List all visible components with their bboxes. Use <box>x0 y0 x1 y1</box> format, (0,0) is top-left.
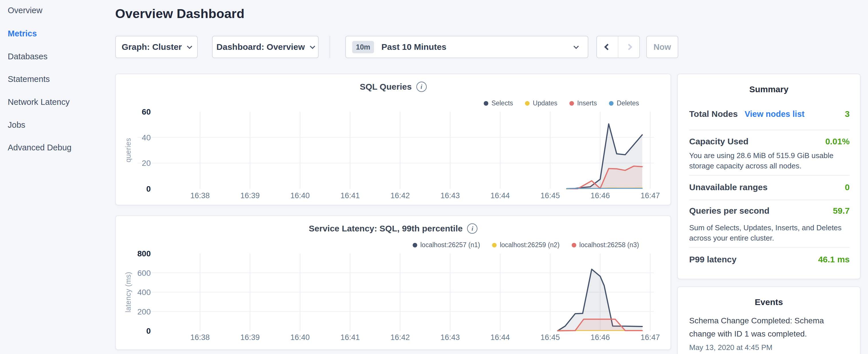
sidebar-item-overview[interactable]: Overview <box>8 5 42 16</box>
next-time-button[interactable] <box>618 36 639 58</box>
chevron-down-icon <box>187 43 192 49</box>
dashboard-dropdown[interactable]: Dashboard: Overview <box>212 36 319 58</box>
capacity-used-label: Capacity Used <box>689 137 748 147</box>
capacity-used-row: Capacity Used 0.01% <box>689 137 850 147</box>
divider <box>689 247 850 248</box>
x-tick-label: 16:40 <box>290 191 310 200</box>
x-tick-label: 16:39 <box>241 333 260 342</box>
queries-per-second-label: Queries per second <box>689 206 769 216</box>
sidebar-item-advanced-debug[interactable]: Advanced Debug <box>8 142 72 153</box>
view-nodes-list-link[interactable]: View nodes list <box>744 109 804 119</box>
p99-latency-value: 46.1 ms <box>818 255 850 264</box>
event-item[interactable]: Schema Change Completed: Schema change w… <box>689 314 851 341</box>
x-tick-label: 16:40 <box>290 333 310 342</box>
controls-divider <box>330 36 330 58</box>
x-tick-label: 16:43 <box>440 333 460 342</box>
capacity-used-value: 0.01% <box>825 137 850 147</box>
x-tick-label: 16:46 <box>591 191 610 200</box>
y-tick-label: 0 <box>146 326 151 335</box>
sql-queries-chart[interactable]: 16:3816:3916:4016:4116:4216:4316:4416:45… <box>116 74 672 206</box>
total-nodes-label: Total Nodes <box>689 109 738 119</box>
sidebar-item-databases[interactable]: Databases <box>8 51 48 62</box>
x-tick-label: 16:47 <box>641 333 660 342</box>
y-tick-label: 40 <box>142 133 151 142</box>
y-tick-label: 0 <box>146 185 151 193</box>
x-tick-label: 16:41 <box>340 191 360 200</box>
y-tick-label: 400 <box>137 288 151 297</box>
chevron-down-icon <box>310 43 315 49</box>
x-tick-label: 16:42 <box>390 333 410 342</box>
chevron-right-icon <box>626 44 632 51</box>
now-button[interactable]: Now <box>646 36 678 58</box>
sidebar-item-metrics[interactable]: Metrics <box>8 28 37 39</box>
chevron-left-icon <box>604 44 611 51</box>
divider <box>689 130 850 130</box>
total-nodes-row: Total Nodes View nodes list 3 <box>689 109 850 119</box>
prev-time-button[interactable] <box>597 36 618 58</box>
dashboard-dropdown-label: Dashboard: Overview <box>216 42 305 52</box>
page-title: Overview Dashboard <box>115 6 244 21</box>
time-range-badge: 10m <box>352 41 374 53</box>
summary-panel: Summary Total Nodes View nodes list 3 Ca… <box>677 74 861 279</box>
y-tick-label: 20 <box>142 159 151 167</box>
graph-dropdown[interactable]: Graph: Cluster <box>115 36 198 58</box>
event-timestamp: May 13, 2020 at 4:45 PM <box>689 343 850 352</box>
total-nodes-value: 3 <box>845 109 850 119</box>
divider <box>689 200 850 200</box>
y-tick-label: 800 <box>137 249 151 258</box>
unavailable-ranges-value: 0 <box>845 183 850 192</box>
x-tick-label: 16:45 <box>540 333 560 342</box>
x-tick-label: 16:47 <box>641 191 660 200</box>
divider <box>689 175 850 175</box>
sidebar-item-statements[interactable]: Statements <box>8 73 50 85</box>
unavailable-ranges-label: Unavailable ranges <box>689 183 767 192</box>
time-range-picker[interactable]: 10m Past 10 Minutes <box>345 36 588 58</box>
service-latency-chart[interactable]: 16:3816:3916:4016:4116:4216:4316:4416:45… <box>116 216 672 351</box>
graph-dropdown-label: Graph: Cluster <box>122 42 182 52</box>
x-tick-label: 16:38 <box>190 333 210 342</box>
p99-latency-label: P99 latency <box>689 255 737 264</box>
summary-title: Summary <box>678 85 860 94</box>
x-tick-label: 16:43 <box>440 191 460 200</box>
capacity-used-description: You are using 28.6 MiB of 515.9 GiB usab… <box>689 150 854 171</box>
queries-per-second-value: 59.7 <box>833 206 850 216</box>
events-title: Events <box>678 297 860 307</box>
sql-queries-card: SQL Queries i SelectsUpdatesInsertsDelet… <box>115 74 671 205</box>
app-root: Overview Metrics Databases Statements Ne… <box>0 0 868 354</box>
queries-per-second-row: Queries per second 59.7 <box>689 206 850 216</box>
events-panel: Events Schema Change Completed: Schema c… <box>677 286 861 354</box>
y-tick-label: 200 <box>137 307 151 316</box>
time-range-label: Past 10 Minutes <box>381 42 567 52</box>
x-tick-label: 16:46 <box>591 333 610 342</box>
sidebar: Overview Metrics Databases Statements Ne… <box>0 0 115 354</box>
x-tick-label: 16:45 <box>540 191 560 200</box>
time-pager <box>596 36 640 58</box>
x-tick-label: 16:41 <box>340 333 360 342</box>
x-tick-label: 16:38 <box>190 191 210 200</box>
chevron-down-icon <box>574 43 579 49</box>
y-tick-label: 60 <box>142 107 151 116</box>
x-tick-label: 16:42 <box>390 191 410 200</box>
sidebar-item-jobs[interactable]: Jobs <box>8 119 25 131</box>
x-tick-label: 16:44 <box>491 333 510 342</box>
service-latency-card: Service Latency: SQL, 99th percentile i … <box>115 215 671 350</box>
x-tick-label: 16:44 <box>491 191 510 200</box>
unavailable-ranges-row: Unavailable ranges 0 <box>689 183 850 192</box>
queries-per-second-description: Sum of Selects, Updates, Inserts, and De… <box>689 223 854 243</box>
x-tick-label: 16:39 <box>241 191 260 200</box>
p99-latency-row: P99 latency 46.1 ms <box>689 255 850 264</box>
y-tick-label: 600 <box>137 269 151 278</box>
sidebar-item-network-latency[interactable]: Network Latency <box>8 96 70 108</box>
